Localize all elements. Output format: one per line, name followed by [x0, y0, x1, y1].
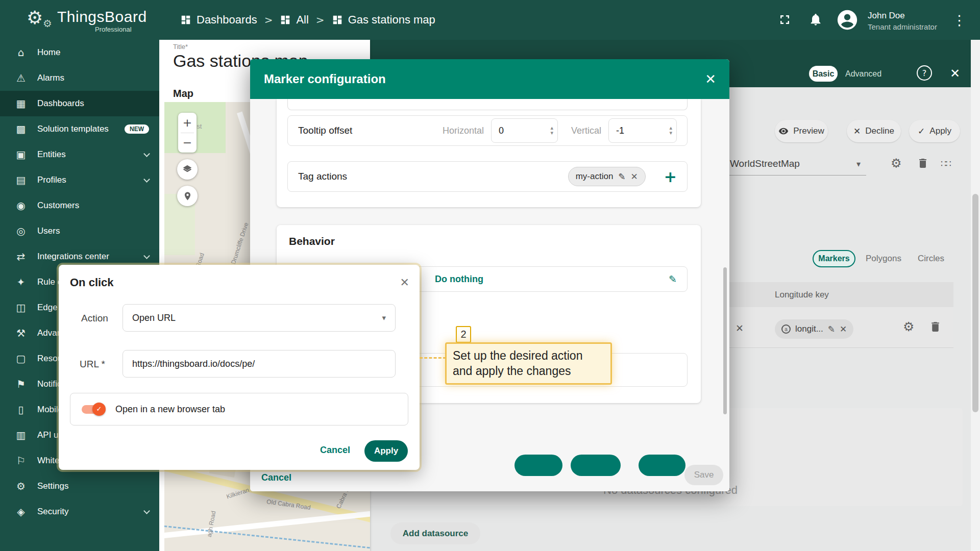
sidebar-item-alarms[interactable]: ⚠Alarms — [0, 65, 159, 91]
breadcrumb-label: Gas stations map — [348, 13, 435, 27]
apply-button[interactable]: ✓ Apply — [909, 120, 960, 142]
templates-icon: ▩ — [14, 123, 28, 135]
edit-icon[interactable]: ✎ — [618, 171, 625, 182]
url-input[interactable] — [132, 359, 386, 369]
map-zoom-control: + − — [178, 113, 197, 153]
remove-key-icon[interactable]: ✕ — [736, 322, 744, 334]
fullscreen-button[interactable] — [777, 12, 792, 29]
sidebar-label: Entities — [37, 149, 66, 160]
on-click-dialog: On click ✕ Action Open URL ▾ URL * ✓ Ope… — [59, 265, 420, 470]
close-icon: ✕ — [853, 126, 861, 136]
map-provider-select[interactable]: WorldStreetMap — [730, 158, 800, 169]
remove-icon[interactable]: ✕ — [631, 171, 638, 182]
vertical-offset-stepper[interactable]: -1 ▴▾ — [608, 118, 677, 143]
profiles-icon: ▤ — [14, 174, 28, 186]
users-icon: ◎ — [14, 225, 28, 237]
clipped-action-button[interactable] — [571, 455, 621, 476]
decline-button[interactable]: ✕ Decline — [847, 120, 901, 142]
action-label: Action — [81, 313, 108, 324]
edit-icon[interactable]: ✎ — [828, 324, 835, 334]
on-click-cancel-button[interactable]: Cancel — [320, 445, 350, 456]
breadcrumb-item-current[interactable]: Gas stations map — [332, 13, 435, 27]
close-icon[interactable]: ✕ — [705, 71, 716, 87]
marker-dialog-cancel-button[interactable]: Cancel — [261, 472, 291, 483]
dialog-title: Marker configuration — [264, 72, 386, 86]
sidebar-item-settings[interactable]: ⚙Settings — [0, 473, 159, 499]
marker-dialog-save-button[interactable]: Save — [684, 465, 723, 485]
basic-toggle[interactable]: Basic — [809, 66, 838, 82]
tab-polygons[interactable]: Polygons — [866, 254, 901, 264]
stepper-down-icon[interactable]: ▾ — [550, 131, 553, 136]
tag-actions-row: Tag actions my-action ✎ ✕ + — [287, 161, 688, 192]
sidebar-item-profiles[interactable]: ▤Profiles — [0, 167, 159, 193]
home-icon: ⌂ — [14, 46, 28, 59]
on-click-apply-button[interactable]: Apply — [364, 440, 408, 462]
sidebar-label: Integrations center — [37, 252, 109, 262]
edge-icon: ◫ — [14, 302, 28, 314]
map-route-dashed — [164, 524, 370, 550]
notifications-button[interactable] — [808, 12, 823, 29]
gear-icon[interactable]: ⚙ — [891, 156, 902, 170]
sidebar-item-solution-templates[interactable]: ▩Solution templatesNEW — [0, 116, 159, 142]
breadcrumb-item-all[interactable]: All — [280, 13, 308, 27]
clipped-field[interactable] — [287, 99, 688, 110]
tooltip-offset-label: Tooltip offset — [298, 125, 352, 136]
user-name: John Doe — [868, 11, 905, 21]
sidebar-item-home[interactable]: ⌂Home — [0, 40, 159, 65]
breadcrumb-item-dashboards[interactable]: Dashboards — [180, 13, 257, 27]
sidebar-item-users[interactable]: ◎Users — [0, 218, 159, 244]
sidebar-item-entities[interactable]: ▣Entities — [0, 142, 159, 167]
sidebar-item-dashboards[interactable]: ▦Dashboards — [0, 91, 159, 116]
add-tag-action-icon[interactable]: + — [664, 168, 677, 186]
stepper-down-icon[interactable]: ▾ — [669, 131, 672, 136]
tab-markers[interactable]: Markers — [813, 250, 855, 267]
clipped-action-button[interactable] — [639, 455, 685, 476]
zoom-out-button[interactable]: − — [178, 133, 197, 153]
screen: Basic Advanced ? ✕ Preview ✕ Decline ✓ A… — [0, 0, 980, 551]
advanced-toggle[interactable]: Advanced — [845, 69, 881, 79]
zoom-in-button[interactable]: + — [178, 113, 197, 133]
gear-icon[interactable]: ⚙ — [903, 319, 914, 334]
chevron-down-icon — [143, 253, 150, 259]
more-menu-button[interactable]: ⋮ — [952, 12, 966, 28]
sidebar-item-security[interactable]: ◈Security — [0, 499, 159, 524]
tag-action-chip[interactable]: my-action ✎ ✕ — [568, 167, 646, 186]
longitude-key-header: Longitude key — [775, 290, 829, 300]
remove-icon[interactable]: ✕ — [840, 324, 847, 334]
sidebar-item-customers[interactable]: ◉Customers — [0, 193, 159, 218]
clipped-action-button[interactable] — [514, 455, 562, 476]
dialog-scrollbar-thumb[interactable] — [723, 267, 727, 414]
toggle-switch[interactable]: ✓ — [82, 405, 104, 414]
chevron-down-icon — [143, 151, 150, 157]
longitude-key-chip[interactable]: a longit... ✎ ✕ — [775, 319, 853, 339]
horizontal-offset-stepper[interactable]: 0 ▴▾ — [491, 118, 558, 143]
breadcrumb-label: All — [296, 13, 308, 27]
trash-icon[interactable] — [917, 157, 929, 171]
rule-chains-icon: ✦ — [14, 276, 28, 288]
map-layers-button[interactable] — [177, 159, 198, 180]
brand-title[interactable]: ThingsBoard — [57, 8, 147, 26]
help-icon[interactable]: ? — [917, 65, 932, 81]
dashboards-icon: ▦ — [14, 97, 28, 110]
on-click-dialog-title: On click — [70, 276, 114, 289]
chevron-down-icon[interactable]: ▾ — [856, 159, 861, 169]
preview-button[interactable]: Preview — [775, 120, 828, 142]
sidebar-label: Solution templates — [37, 124, 109, 134]
user-role: Tenant administrator — [868, 22, 937, 31]
map-marker-button[interactable] — [177, 186, 198, 206]
page-scrollbar-thumb[interactable] — [972, 194, 978, 412]
trash-icon[interactable] — [929, 320, 942, 335]
entity-key-icon: a — [781, 324, 791, 334]
new-tab-toggle-row[interactable]: ✓ Open in a new browser tab — [70, 393, 408, 425]
toolbar-close-icon[interactable]: ✕ — [950, 66, 960, 81]
sidebar-label: Security — [37, 507, 68, 517]
edit-icon[interactable]: ✎ — [669, 273, 677, 285]
brand-logo-gear-icon: ⚙ — [27, 7, 43, 28]
avatar[interactable] — [836, 8, 859, 34]
drag-handle-icon[interactable]: ∷∷ — [941, 158, 950, 169]
close-icon[interactable]: ✕ — [400, 276, 409, 289]
tab-circles[interactable]: Circles — [918, 254, 944, 264]
bell-icon — [808, 12, 823, 27]
add-datasource-button[interactable]: Add datasource — [390, 522, 480, 544]
action-select[interactable]: Open URL ▾ — [122, 304, 396, 332]
